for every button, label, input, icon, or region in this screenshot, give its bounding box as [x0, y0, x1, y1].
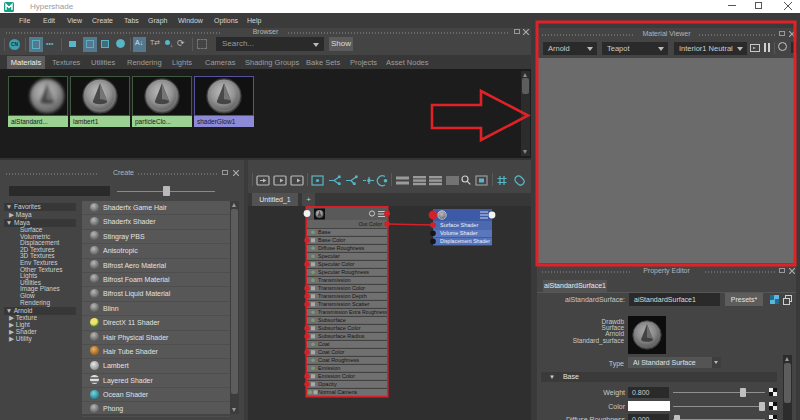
svg-text:Surface Shader: Surface Shader: [440, 222, 478, 228]
svg-text:Transmission Depth: Transmission Depth: [318, 293, 367, 299]
svg-text:Opacity: Opacity: [318, 381, 337, 387]
svg-text:Transmission Color: Transmission Color: [318, 285, 365, 291]
svg-text:Specular Roughness: Specular Roughness: [318, 269, 369, 275]
svg-text:Subsurface: Subsurface: [318, 317, 346, 323]
svg-text:Emission Color: Emission Color: [318, 373, 355, 379]
svg-text:Subsurface Color: Subsurface Color: [318, 325, 361, 331]
svg-text:Emission: Emission: [318, 365, 340, 371]
svg-text:Transmission Scatter: Transmission Scatter: [318, 301, 370, 307]
svg-text:Displacement Shader: Displacement Shader: [440, 238, 490, 244]
svg-text:Normal Camera: Normal Camera: [318, 389, 358, 395]
svg-text:Coat Roughness: Coat Roughness: [318, 357, 359, 363]
svg-text:Coat Color: Coat Color: [318, 349, 344, 355]
svg-text:Specular: Specular: [318, 253, 340, 259]
svg-text:Diffuse Roughness: Diffuse Roughness: [318, 245, 365, 251]
svg-text:Specular Color: Specular Color: [318, 261, 355, 267]
svg-text:Subsurface Radius: Subsurface Radius: [318, 333, 365, 339]
svg-text:Transmission Extra Roughness: Transmission Extra Roughness: [318, 309, 388, 315]
svg-text:Coat: Coat: [318, 341, 330, 347]
svg-text:Base Color: Base Color: [318, 237, 345, 243]
svg-text:Out Color: Out Color: [358, 221, 382, 227]
svg-text:Base: Base: [318, 229, 331, 235]
svg-text:Transmission: Transmission: [318, 277, 351, 283]
svg-text:Volume Shader: Volume Shader: [440, 230, 478, 236]
